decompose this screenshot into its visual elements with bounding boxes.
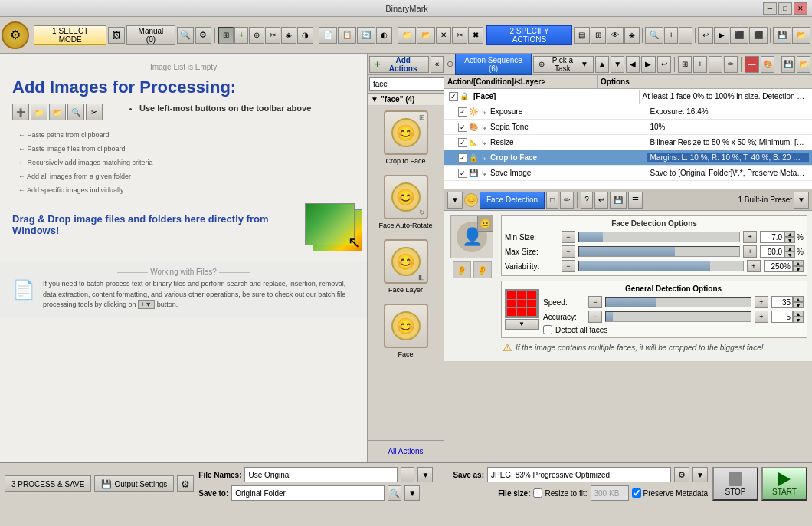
right-btn-6[interactable]: +	[664, 27, 678, 44]
table-row[interactable]: ✓ 🔆 ↳ Exposure Exposure: 16.4%	[444, 104, 812, 120]
min-size-plus[interactable]: +	[743, 231, 757, 243]
right-btn-7[interactable]: −	[679, 27, 692, 44]
manual-tab[interactable]: Manual (0)	[126, 25, 175, 45]
specify-actions-tab[interactable]: 2 SPECIFY ACTIONS	[486, 25, 573, 45]
variability-input[interactable]: 250%	[764, 260, 793, 272]
speed-minus[interactable]: −	[588, 296, 602, 308]
max-size-input[interactable]: 60.0	[760, 245, 784, 258]
settings-gear-btn[interactable]: ⚙	[177, 475, 194, 492]
face-auto-rotate-item[interactable]: 😊 ↻ Face Auto-Rotate	[368, 170, 444, 235]
select-mode-tab[interactable]: 1 SELECT MODE	[34, 25, 106, 45]
filenames-add-btn[interactable]: +	[401, 467, 414, 482]
max-size-spin-down[interactable]: ▼	[784, 251, 795, 258]
swatch-dropdown[interactable]: ▼	[505, 319, 539, 330]
right-btn-11[interactable]: ⬛	[749, 27, 768, 44]
right-btn-2[interactable]: ⊞	[591, 27, 606, 44]
preserve-meta-checkbox[interactable]	[632, 488, 641, 498]
pick-task-button[interactable]: ⊕ Pick a Task ▼	[533, 56, 594, 73]
row-check-2[interactable]: ✓	[457, 123, 469, 132]
stop-button[interactable]: STOP	[712, 467, 758, 501]
window-controls[interactable]: ─ □ ✕	[763, 2, 807, 15]
toolbar-btn-5[interactable]: 📄	[319, 27, 337, 44]
variability-minus[interactable]: −	[562, 260, 575, 272]
detect-all-checkbox[interactable]	[543, 325, 552, 334]
toolbar-btn-1[interactable]: ⊕	[249, 27, 264, 44]
folder-btn[interactable]: 📁	[398, 27, 416, 44]
saveto-dropdown[interactable]: ▼	[404, 485, 420, 501]
toolbar-btn-2[interactable]: ✂	[265, 27, 280, 44]
det-view-btn[interactable]: □	[546, 192, 558, 209]
det-menu-btn[interactable]: ☰	[628, 192, 643, 209]
ear-icon-right[interactable]: 👂	[473, 261, 492, 278]
saveas-input[interactable]: JPEG: 83% Progressive Optimized	[487, 467, 671, 482]
min-size-spin-up[interactable]: ▲	[784, 231, 795, 237]
right-btn-5[interactable]: 🔍	[645, 27, 663, 44]
accuracy-spin-up[interactable]: ▲	[793, 311, 804, 317]
maximize-button[interactable]: □	[778, 2, 792, 15]
toolbar-btn-9[interactable]: 📂	[417, 27, 435, 44]
toolbar-btn-6[interactable]: 📋	[338, 27, 356, 44]
process-save-tab[interactable]: 3 PROCESS & SAVE	[5, 475, 91, 492]
right-btn-3[interactable]: 👁	[607, 27, 624, 44]
grid-view-btn[interactable]: ⊞	[218, 27, 234, 44]
preset-dropdown[interactable]: ▼	[794, 192, 809, 209]
max-size-spin-up[interactable]: ▲	[784, 245, 795, 251]
nav-left-btn[interactable]: ◀	[626, 56, 640, 73]
min-size-spin-down[interactable]: ▼	[784, 237, 795, 243]
row-check-3[interactable]: ✓	[457, 138, 469, 147]
save-seq-btn[interactable]: 💾	[781, 56, 795, 73]
toolbar-btn-3[interactable]: ◈	[281, 27, 296, 44]
det-undo-btn[interactable]: ↩	[594, 192, 608, 209]
variability-plus[interactable]: +	[747, 260, 761, 272]
minimize-button[interactable]: ─	[763, 2, 777, 15]
nav-down-btn[interactable]: ▼	[611, 56, 624, 73]
open-seq-btn[interactable]: 📂	[797, 56, 810, 73]
row-check-5[interactable]: ✓	[457, 169, 469, 178]
add-actions-button[interactable]: + Add Actions	[369, 56, 429, 73]
table-row[interactable]: ✓ 🔒 [Face] At least 1 face 0% to 100% in…	[444, 89, 812, 104]
output-settings-tab[interactable]: 💾 Output Settings	[94, 475, 174, 492]
crop-to-face-item[interactable]: 😊 ⊞ Crop to Face	[368, 106, 444, 170]
resize-value-input[interactable]: 300 KB	[591, 485, 629, 501]
add-row-btn[interactable]: +	[693, 56, 707, 73]
speed-spin-down[interactable]: ▼	[793, 302, 804, 308]
grid-btn[interactable]: ⊞	[678, 56, 692, 73]
right-btn-8[interactable]: ↩	[698, 27, 713, 44]
variability-spin-down[interactable]: ▼	[793, 266, 804, 272]
accuracy-input[interactable]: 5	[771, 311, 793, 323]
speed-slider[interactable]	[605, 297, 751, 307]
accuracy-plus[interactable]: +	[755, 311, 768, 323]
face-layer-item[interactable]: 😊 ◧ Face Layer	[368, 235, 444, 299]
min-size-minus[interactable]: −	[562, 231, 575, 243]
nav-up-btn[interactable]: ▲	[595, 56, 609, 73]
filenames-input[interactable]: Use Original	[244, 467, 398, 482]
action-sequence-tab[interactable]: Action Sequence (6)	[455, 54, 532, 75]
variability-spin-up[interactable]: ▲	[793, 260, 804, 266]
table-row[interactable]: ✓ 🎨 ↳ Sepia Tone 10%	[444, 120, 812, 135]
max-size-minus[interactable]: −	[562, 245, 575, 258]
palette-btn[interactable]: 🎨	[761, 56, 774, 73]
accuracy-slider[interactable]	[605, 311, 751, 322]
max-size-plus[interactable]: +	[743, 245, 757, 258]
table-row[interactable]: ✓ 🔒 ↳ Crop to Face Margins: L: 10 %, R: …	[444, 150, 812, 166]
nav-right-btn[interactable]: ▶	[641, 56, 655, 73]
resize-fit-checkbox[interactable]	[533, 488, 542, 498]
toolbar-btn-4[interactable]: ◑	[297, 27, 313, 44]
start-button[interactable]: START	[761, 467, 807, 501]
close-button[interactable]: ✕	[794, 2, 807, 15]
filenames-dropdown[interactable]: ▼	[417, 467, 433, 482]
saveto-search-btn[interactable]: 🔍	[388, 485, 401, 501]
face-detection-btn[interactable]: Face Detection	[480, 192, 545, 209]
max-size-slider[interactable]	[578, 246, 740, 257]
det-save-btn[interactable]: 💾	[610, 192, 627, 209]
remove-row-btn[interactable]: −	[709, 56, 722, 73]
speed-spin-up[interactable]: ▲	[793, 296, 804, 302]
collapse-det-btn[interactable]: ▼	[447, 192, 463, 209]
row-check-0[interactable]: ✓	[447, 92, 460, 101]
add-green-btn[interactable]: +	[234, 27, 248, 44]
min-size-input[interactable]: 7.0	[760, 231, 784, 243]
toolbar-btn-10[interactable]: ✕	[436, 27, 451, 44]
row-check-4[interactable]: ✓	[457, 153, 469, 163]
toolbar-btn-12[interactable]: ✖	[468, 27, 483, 44]
speed-input[interactable]: 35	[771, 296, 793, 308]
